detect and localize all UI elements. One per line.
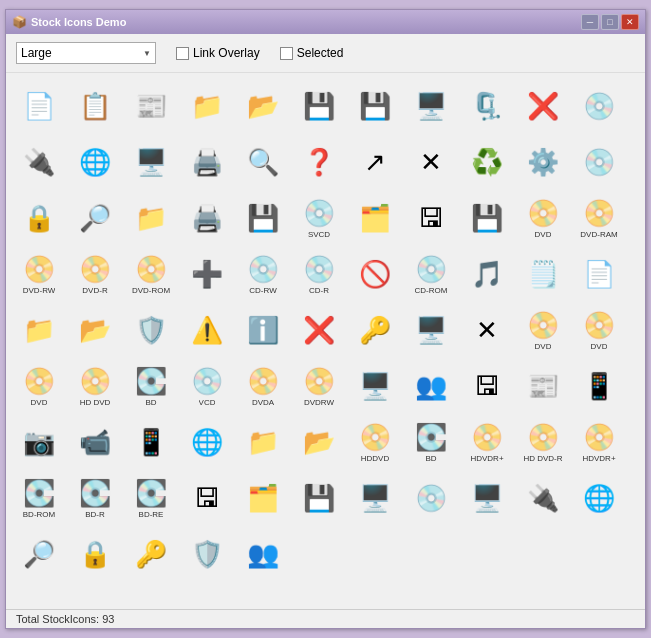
icon-cell-44[interactable]: 📄 (572, 247, 626, 301)
icon-cell-40[interactable]: 🚫 (348, 247, 402, 301)
icon-cell-14[interactable]: 🖥️ (124, 135, 178, 189)
icon-cell-42[interactable]: 🎵 (460, 247, 514, 301)
size-dropdown[interactable]: Large ▼ (16, 42, 156, 64)
icon-cell-45[interactable]: 📁 (12, 303, 66, 357)
icon-cell-20[interactable]: ♻️ (460, 135, 514, 189)
icon-cell-82[interactable]: 🗂️ (236, 471, 290, 525)
icon-cell-92[interactable]: 🛡️ (180, 527, 234, 581)
icon-cell-74[interactable]: 💽BD (404, 415, 458, 469)
icon-cell-70[interactable]: 🌐 (180, 415, 234, 469)
icon-cell-75[interactable]: 📀HDVDR+ (460, 415, 514, 469)
icon-cell-37[interactable]: ➕ (180, 247, 234, 301)
minimize-button[interactable]: ─ (581, 14, 599, 30)
icon-cell-2[interactable]: 📋 (68, 79, 122, 133)
icon-cell-48[interactable]: ⚠️ (180, 303, 234, 357)
icon-cell-26[interactable]: 🖨️ (180, 191, 234, 245)
icon-cell-38[interactable]: 💿CD-RW (236, 247, 290, 301)
link-overlay-checkbox[interactable] (176, 47, 189, 60)
icon-cell-47[interactable]: 🛡️ (124, 303, 178, 357)
icon-cell-34[interactable]: 📀DVD-RW (12, 247, 66, 301)
icon-cell-7[interactable]: 💾 (348, 79, 402, 133)
icon-cell-33[interactable]: 📀DVD-RAM (572, 191, 626, 245)
link-overlay-checkbox-label[interactable]: Link Overlay (176, 46, 260, 60)
icon-cell-18[interactable]: ↗ (348, 135, 402, 189)
icon-cell-9[interactable]: 🗜️ (460, 79, 514, 133)
icon-cell-89[interactable]: 🔎 (12, 527, 66, 581)
icon-cell-3[interactable]: 📰 (124, 79, 178, 133)
icon-cell-13[interactable]: 🌐 (68, 135, 122, 189)
maximize-button[interactable]: □ (601, 14, 619, 30)
icon-cell-10[interactable]: ❌ (516, 79, 570, 133)
icon-cell-15[interactable]: 🖨️ (180, 135, 234, 189)
icon-cell-1[interactable]: 📄 (12, 79, 66, 133)
icon-cell-62[interactable]: 🖥️ (348, 359, 402, 413)
icon-cell-41[interactable]: 💿CD-ROM (404, 247, 458, 301)
selected-checkbox-label[interactable]: Selected (280, 46, 344, 60)
icon-cell-69[interactable]: 📱 (124, 415, 178, 469)
icon-cell-66[interactable]: 📱 (572, 359, 626, 413)
icon-cell-83[interactable]: 💾 (292, 471, 346, 525)
icon-cell-87[interactable]: 🔌 (516, 471, 570, 525)
icon-cell-80[interactable]: 💽BD-RE (124, 471, 178, 525)
icon-cell-85[interactable]: 💿 (404, 471, 458, 525)
icon-cell-16[interactable]: 🔍 (236, 135, 290, 189)
icon-cell-81[interactable]: 🖫 (180, 471, 234, 525)
close-button[interactable]: ✕ (621, 14, 639, 30)
icon-cell-91[interactable]: 🔑 (124, 527, 178, 581)
icon-cell-49[interactable]: ℹ️ (236, 303, 290, 357)
icon-cell-55[interactable]: 📀DVD (572, 303, 626, 357)
icon-cell-53[interactable]: ✕ (460, 303, 514, 357)
icon-cell-21[interactable]: ⚙️ (516, 135, 570, 189)
icon-cell-59[interactable]: 💿VCD (180, 359, 234, 413)
icon-cell-79[interactable]: 💽BD-R (68, 471, 122, 525)
icon-cell-29[interactable]: 🗂️ (348, 191, 402, 245)
icon-cell-78[interactable]: 💽BD-ROM (12, 471, 66, 525)
icon-cell-64[interactable]: 🖫 (460, 359, 514, 413)
icon-cell-84[interactable]: 🖥️ (348, 471, 402, 525)
icon-cell-68[interactable]: 📹 (68, 415, 122, 469)
icon-cell-50[interactable]: ❌ (292, 303, 346, 357)
icon-cell-71[interactable]: 📁 (236, 415, 290, 469)
icon-cell-19[interactable]: ✕ (404, 135, 458, 189)
icon-cell-39[interactable]: 💿CD-R (292, 247, 346, 301)
icon-cell-65[interactable]: 📰 (516, 359, 570, 413)
icon-cell-6[interactable]: 💾 (292, 79, 346, 133)
icon-cell-30[interactable]: 🖫 (404, 191, 458, 245)
icon-cell-8[interactable]: 🖥️ (404, 79, 458, 133)
icon-cell-51[interactable]: 🔑 (348, 303, 402, 357)
icon-cell-23[interactable]: 🔒 (12, 191, 66, 245)
icon-cell-86[interactable]: 🖥️ (460, 471, 514, 525)
icon-cell-56[interactable]: 📀DVD (12, 359, 66, 413)
icon-cell-73[interactable]: 📀HDDVD (348, 415, 402, 469)
icon-cell-58[interactable]: 💽BD (124, 359, 178, 413)
icon-cell-61[interactable]: 📀DVDRW (292, 359, 346, 413)
icon-cell-88[interactable]: 🌐 (572, 471, 626, 525)
icon-cell-63[interactable]: 👥 (404, 359, 458, 413)
icon-cell-90[interactable]: 🔒 (68, 527, 122, 581)
icon-cell-5[interactable]: 📂 (236, 79, 290, 133)
icon-cell-28[interactable]: 💿SVCD (292, 191, 346, 245)
icon-cell-52[interactable]: 🖥️ (404, 303, 458, 357)
icon-cell-60[interactable]: 📀DVDA (236, 359, 290, 413)
icon-cell-12[interactable]: 🔌 (12, 135, 66, 189)
icon-cell-17[interactable]: ❓ (292, 135, 346, 189)
icon-cell-77[interactable]: 📀HDVDR+ (572, 415, 626, 469)
icon-cell-57[interactable]: 📀HD DVD (68, 359, 122, 413)
icon-cell-24[interactable]: 🔎 (68, 191, 122, 245)
icon-cell-43[interactable]: 🗒️ (516, 247, 570, 301)
icon-cell-67[interactable]: 📷 (12, 415, 66, 469)
icon-cell-36[interactable]: 📀DVD-ROM (124, 247, 178, 301)
icon-cell-35[interactable]: 📀DVD-R (68, 247, 122, 301)
icon-grid-container[interactable]: 📄📋📰📁📂💾💾🖥️🗜️❌💿🔌🌐🖥️🖨️🔍❓↗✕♻️⚙️💿🔒🔎📁🖨️💾💿SVCD🗂… (6, 73, 645, 609)
icon-cell-54[interactable]: 📀DVD (516, 303, 570, 357)
icon-cell-11[interactable]: 💿 (572, 79, 626, 133)
icon-cell-32[interactable]: 📀DVD (516, 191, 570, 245)
icon-cell-27[interactable]: 💾 (236, 191, 290, 245)
icon-cell-76[interactable]: 📀HD DVD-R (516, 415, 570, 469)
icon-cell-72[interactable]: 📂 (292, 415, 346, 469)
icon-cell-31[interactable]: 💾 (460, 191, 514, 245)
selected-checkbox[interactable] (280, 47, 293, 60)
icon-cell-22[interactable]: 💿 (572, 135, 626, 189)
icon-cell-25[interactable]: 📁 (124, 191, 178, 245)
icon-cell-4[interactable]: 📁 (180, 79, 234, 133)
